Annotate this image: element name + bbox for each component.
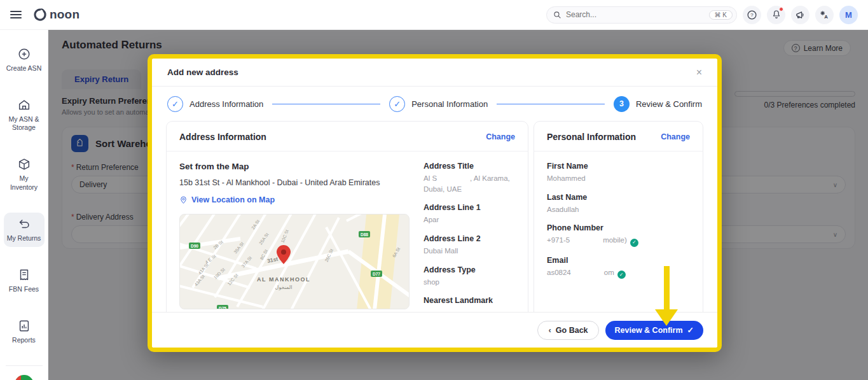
check-icon: ✓ — [687, 325, 694, 335]
sidebar-item-label: My ASN & Storage — [5, 115, 43, 132]
notification-dot — [779, 7, 783, 11]
tutorial-arrow-shaft — [664, 266, 670, 311]
address-line1-field: Address Line 1 Apar — [424, 203, 523, 225]
step-check-icon: ✓ — [167, 96, 183, 112]
verified-check-icon: ✓ — [617, 271, 626, 279]
hamburger-menu-icon[interactable] — [10, 11, 22, 18]
noon-logo-icon — [33, 8, 47, 22]
svg-text:A: A — [824, 14, 828, 20]
step-check-icon: ✓ — [389, 96, 405, 112]
map-address-text: 15b 31st St - Al Mankhool - Dubai - Unit… — [179, 178, 412, 187]
go-back-button[interactable]: ‹ Go Back — [537, 321, 598, 340]
sidebar-item-label: My Returns — [7, 234, 41, 243]
address-information-card: Address Information Change Set from the … — [166, 121, 528, 312]
nearest-landmark-field: Nearest Landmark — [424, 296, 523, 305]
address-change-link[interactable]: Change — [486, 132, 515, 141]
first-name-field: First Name Mohammed — [547, 162, 690, 184]
map-road-badge: D77 — [373, 272, 380, 276]
announcements-button[interactable] — [791, 6, 809, 24]
report-chart-icon — [17, 319, 31, 333]
phone-number-field: Phone Number +971-5mobile)✓ — [547, 223, 690, 246]
step-connector — [497, 104, 605, 104]
add-address-modal: Add new address × ✓ Address Information … — [148, 54, 722, 352]
sidebar-divider — [6, 365, 43, 366]
sidebar-item-my-asn-storage[interactable]: My ASN & Storage — [4, 94, 45, 136]
plus-circle-icon — [17, 47, 31, 61]
step-number: 3 — [614, 96, 630, 112]
location-pin-icon — [179, 196, 188, 204]
sidebar-item-reports[interactable]: Reports — [4, 314, 45, 349]
view-location-link[interactable]: View Location on Map — [179, 195, 412, 204]
personal-information-card: Personal Information Change First Name M… — [534, 121, 703, 312]
step-review-confirm: 3 Review & Confirm — [614, 96, 702, 112]
help-button[interactable]: ? — [743, 6, 761, 24]
cube-icon — [17, 157, 31, 171]
sidebar-item-fbn-fees[interactable]: FBN Fees — [4, 264, 45, 298]
question-circle-icon: ? — [747, 10, 757, 20]
search-icon — [553, 11, 561, 19]
step-personal-information: ✓ Personal Information — [389, 96, 488, 112]
modal-header: Add new address × — [152, 59, 717, 87]
logo-text: noon — [50, 8, 79, 22]
step-address-information: ✓ Address Information — [167, 96, 263, 112]
address-title-field: Address Title Al S, Al Karama, Dubai, UA… — [424, 162, 523, 194]
tutorial-arrow-head — [655, 309, 678, 326]
stepper: ✓ Address Information ✓ Personal Informa… — [152, 87, 717, 121]
megaphone-icon — [795, 10, 806, 20]
map-road-badge: D75 — [219, 306, 226, 310]
sidebar-item-create-asn[interactable]: Create ASN — [4, 43, 45, 77]
review-confirm-button[interactable]: Review & Confirm ✓ — [605, 321, 703, 340]
user-avatar[interactable]: M — [839, 6, 858, 24]
map-area-label-arabic: المنخول — [275, 285, 293, 290]
topbar: noon ⌘ K ? A M — [0, 0, 868, 30]
return-arrow-icon — [17, 217, 31, 231]
keyboard-shortcut-badge: ⌘ K — [709, 10, 733, 20]
address-type-field: Address Type shop — [424, 265, 523, 288]
receipt-icon — [17, 268, 31, 282]
address-card-title: Address Information — [179, 132, 266, 142]
sidebar-item-my-inventory[interactable]: My Inventory — [4, 153, 45, 195]
sidebar-item-label: My Inventory — [5, 174, 43, 191]
last-name-field: Last Name Asadullah — [547, 193, 690, 215]
translate-icon: A — [819, 10, 830, 20]
sidebar-item-label: Reports — [12, 336, 36, 344]
verified-check-icon: ✓ — [630, 239, 638, 247]
country-selector[interactable]: › — [15, 375, 34, 380]
map-road-badge: D90 — [191, 244, 198, 248]
language-button[interactable]: A — [815, 6, 834, 24]
sidebar: Create ASN My ASN & Storage My Inventory… — [0, 30, 48, 380]
map-area-label: AL MANKHOOL — [257, 276, 310, 283]
sidebar-item-label: Create ASN — [6, 64, 41, 73]
noon-logo[interactable]: noon — [33, 8, 79, 22]
map-road-badge: D88 — [361, 232, 368, 237]
sidebar-item-label: FBN Fees — [9, 285, 39, 293]
warehouse-icon — [17, 98, 31, 112]
map-preview[interactable]: 2A St 25A St 10C St 2B St 35A St 8C St 3… — [179, 214, 410, 309]
personal-card-title: Personal Information — [547, 132, 636, 142]
close-icon[interactable]: × — [696, 67, 702, 78]
notifications-button[interactable] — [767, 6, 785, 24]
step-connector — [272, 104, 380, 104]
uae-flag-icon — [15, 375, 34, 380]
svg-text:?: ? — [750, 12, 754, 18]
search-input[interactable] — [566, 10, 705, 19]
chevron-left-icon: ‹ — [548, 325, 551, 335]
personal-change-link[interactable]: Change — [661, 132, 690, 141]
address-line2-field: Address Line 2 Dubai Mall — [424, 234, 523, 257]
set-from-map-heading: Set from the Map — [179, 162, 412, 171]
sidebar-item-my-returns[interactable]: My Returns — [4, 213, 45, 247]
search-bar[interactable]: ⌘ K — [546, 6, 737, 24]
modal-title: Add new address — [167, 67, 238, 77]
modal-footer: ‹ Go Back Review & Confirm ✓ — [152, 312, 717, 348]
app-root: noon ⌘ K ? A M — [0, 0, 868, 380]
